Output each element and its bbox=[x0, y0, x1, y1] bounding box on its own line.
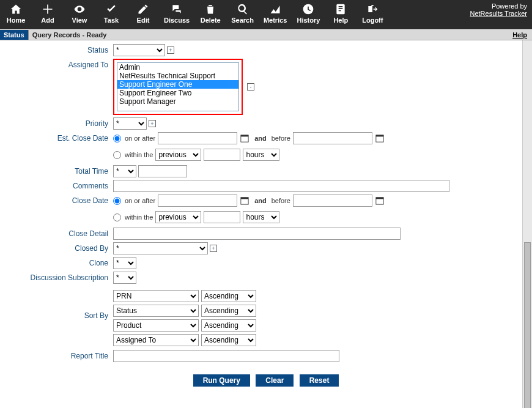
scroll-thumb[interactable] bbox=[524, 242, 531, 399]
sort-order-select[interactable]: Ascending bbox=[201, 319, 256, 332]
logoff-icon bbox=[366, 2, 379, 16]
cd-on-after-radio[interactable] bbox=[113, 197, 121, 205]
discuss-button[interactable]: Discuss bbox=[164, 2, 190, 24]
delete-icon bbox=[204, 2, 216, 16]
home-icon bbox=[10, 2, 22, 16]
action-buttons: Run Query Clear Reset bbox=[6, 374, 526, 387]
priority-select[interactable]: * bbox=[113, 117, 147, 130]
within-label: within the bbox=[125, 151, 153, 158]
assigned-option[interactable]: Support Engineer One bbox=[117, 80, 238, 89]
task-icon bbox=[105, 2, 117, 16]
top-toolbar: HomeAddViewTaskEditDiscussDeleteSearchMe… bbox=[0, 0, 532, 29]
clone-select[interactable]: * bbox=[113, 257, 136, 269]
label-assigned-to: Assigned To bbox=[6, 59, 113, 69]
assigned-option[interactable]: Support Manager bbox=[117, 97, 238, 106]
collapse-assigned-icon[interactable]: - bbox=[247, 83, 254, 91]
ecd-unit-select[interactable]: hours bbox=[243, 149, 279, 161]
sort-field-select[interactable]: Status bbox=[113, 305, 199, 317]
assigned-option[interactable]: Admin bbox=[117, 63, 238, 72]
discussion-sub-select[interactable]: * bbox=[113, 272, 136, 284]
label-total-time: Total Time bbox=[6, 165, 113, 176]
label-discussion-sub: Discussion Subscription bbox=[6, 272, 113, 282]
ecd-within-value-input[interactable] bbox=[204, 149, 240, 161]
help-button[interactable]: Help bbox=[330, 2, 352, 24]
total-time-op-select[interactable]: * bbox=[113, 165, 136, 177]
within-label: within the bbox=[125, 213, 153, 221]
label-report-title: Report Title bbox=[6, 350, 113, 360]
label-status: Status bbox=[6, 44, 113, 54]
cd-within-radio[interactable] bbox=[113, 213, 121, 221]
search-icon bbox=[237, 2, 249, 16]
search-button[interactable]: Search bbox=[231, 2, 254, 24]
calendar-icon[interactable] bbox=[240, 196, 249, 206]
and-label: and bbox=[252, 135, 269, 142]
query-form: Status * + Assigned To AdminNetResults T… bbox=[0, 40, 532, 399]
svg-rect-1 bbox=[241, 135, 248, 137]
help-link[interactable]: Help bbox=[508, 30, 532, 40]
sort-order-select[interactable]: Ascending bbox=[201, 334, 256, 346]
task-button[interactable]: Task bbox=[100, 2, 122, 24]
tool-label: View bbox=[72, 17, 87, 24]
logoff-button[interactable]: Logoff bbox=[361, 2, 383, 24]
status-select[interactable]: * bbox=[113, 44, 165, 56]
expand-status-icon[interactable]: + bbox=[167, 46, 174, 54]
metrics-button[interactable]: Metrics bbox=[264, 2, 287, 24]
powered-link[interactable]: NetResults Tracker bbox=[470, 10, 527, 17]
clear-button[interactable]: Clear bbox=[256, 374, 294, 387]
and-label: and bbox=[252, 197, 269, 204]
expand-priority-icon[interactable]: + bbox=[149, 120, 156, 127]
calendar-icon[interactable] bbox=[240, 133, 249, 143]
label-priority: Priority bbox=[6, 117, 113, 128]
expand-closed-by-icon[interactable]: + bbox=[210, 245, 217, 252]
cd-prev-select[interactable]: previous bbox=[155, 211, 201, 223]
cd-unit-select[interactable]: hours bbox=[243, 211, 279, 223]
sort-order-select[interactable]: Ascending bbox=[201, 290, 256, 302]
label-est-close-date: Est. Close Date bbox=[6, 132, 113, 143]
tool-label: Task bbox=[104, 17, 119, 24]
assigned-to-listbox[interactable]: AdminNetResults Technical SupportSupport… bbox=[117, 62, 239, 111]
ecd-start-input[interactable] bbox=[158, 132, 237, 144]
ecd-end-input[interactable] bbox=[293, 132, 372, 144]
tool-label: Metrics bbox=[264, 17, 287, 24]
calendar-icon[interactable] bbox=[375, 196, 385, 206]
before-label: before bbox=[272, 197, 290, 204]
cd-within-value-input[interactable] bbox=[204, 211, 240, 223]
calendar-icon[interactable] bbox=[375, 133, 385, 143]
status-tab[interactable]: Status bbox=[0, 30, 29, 40]
assigned-option[interactable]: NetResults Technical Support bbox=[117, 72, 238, 80]
close-detail-input[interactable] bbox=[113, 228, 401, 240]
sort-field-select[interactable]: Assigned To bbox=[113, 334, 199, 346]
powered-by: Powered by NetResults Tracker bbox=[470, 2, 527, 17]
cd-start-input[interactable] bbox=[158, 195, 237, 207]
ecd-within-radio[interactable] bbox=[113, 151, 121, 159]
ecd-prev-select[interactable]: previous bbox=[155, 149, 201, 161]
reset-button[interactable]: Reset bbox=[300, 374, 339, 387]
powered-text: Powered by bbox=[492, 2, 527, 10]
discuss-icon bbox=[171, 2, 183, 16]
view-button[interactable]: View bbox=[68, 2, 91, 24]
run-query-button[interactable]: Run Query bbox=[193, 374, 250, 387]
vertical-scrollbar[interactable] bbox=[522, 40, 532, 399]
report-title-input[interactable] bbox=[113, 350, 339, 362]
sort-field-select[interactable]: PRN bbox=[113, 290, 199, 302]
comments-input[interactable] bbox=[113, 180, 449, 192]
label-close-detail: Close Detail bbox=[6, 228, 113, 238]
closed-by-select[interactable]: * bbox=[113, 242, 208, 254]
total-time-input[interactable] bbox=[138, 165, 187, 177]
edit-button[interactable]: Edit bbox=[132, 2, 154, 24]
history-button[interactable]: History bbox=[297, 2, 320, 24]
status-text: Query Records - Ready bbox=[29, 30, 111, 40]
history-icon bbox=[302, 2, 314, 16]
tool-label: Edit bbox=[137, 17, 150, 24]
assigned-option[interactable]: Support Engineer Two bbox=[117, 89, 238, 97]
add-icon bbox=[42, 2, 54, 16]
cd-end-input[interactable] bbox=[293, 195, 372, 207]
sort-field-select[interactable]: Product bbox=[113, 319, 199, 332]
add-button[interactable]: Add bbox=[37, 2, 59, 24]
svg-rect-3 bbox=[376, 135, 383, 137]
sort-order-select[interactable]: Ascending bbox=[201, 305, 256, 317]
status-bar: Status Query Records - Ready Help bbox=[0, 29, 532, 40]
home-button[interactable]: Home bbox=[5, 2, 27, 24]
delete-button[interactable]: Delete bbox=[199, 2, 221, 24]
ecd-on-after-radio[interactable] bbox=[113, 135, 121, 143]
